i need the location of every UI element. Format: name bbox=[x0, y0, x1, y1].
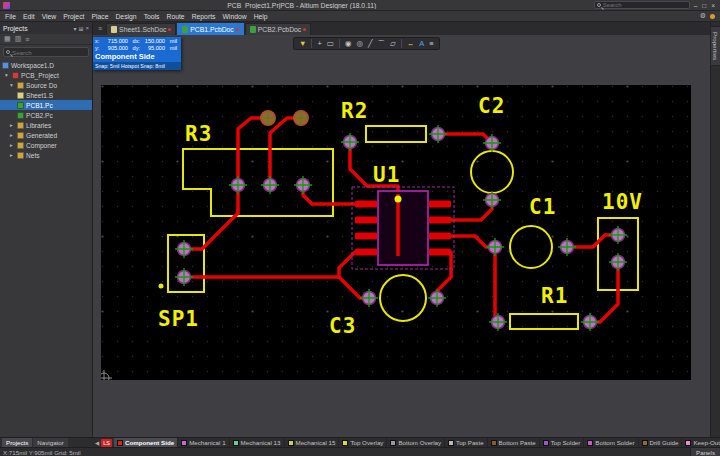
menu-place[interactable]: Place bbox=[91, 13, 108, 20]
expander-icon[interactable]: ▾ bbox=[5, 72, 10, 78]
panel-pin-icon[interactable]: ⊞ bbox=[78, 25, 83, 32]
menu-reports[interactable]: Reports bbox=[192, 13, 216, 20]
expander-icon[interactable]: ▸ bbox=[10, 122, 15, 128]
layer-tab-top-overlay[interactable]: Top Overlay bbox=[339, 438, 387, 447]
minimize-button[interactable]: – bbox=[694, 2, 698, 9]
tree-item-nets[interactable]: ▸ Nets bbox=[0, 150, 92, 160]
expander-icon[interactable]: ▸ bbox=[10, 152, 15, 158]
string-tool-icon[interactable]: A bbox=[419, 39, 424, 48]
u1-smd-pad[interactable] bbox=[355, 201, 377, 208]
tree-label: PCB2.Pc bbox=[26, 112, 53, 119]
ref-label-c1[interactable]: C1 bbox=[529, 195, 556, 219]
layer-tab-drill-guide[interactable]: Drill Guide bbox=[639, 438, 683, 447]
tree-item-libraries[interactable]: ▸ Libraries bbox=[0, 120, 92, 130]
u1-body[interactable] bbox=[378, 191, 428, 265]
layer-tab-mechanical1[interactable]: Mechanical 1 bbox=[178, 438, 229, 447]
u1-smd-pad[interactable] bbox=[355, 233, 377, 240]
menu-window[interactable]: Window bbox=[222, 13, 246, 20]
arc-tool-icon[interactable]: ⌒ bbox=[378, 39, 386, 49]
global-search-input[interactable] bbox=[603, 2, 687, 8]
menu-view[interactable]: View bbox=[42, 13, 57, 20]
ref-label-10v[interactable]: 10V bbox=[602, 190, 643, 214]
tab-pcb2-pcbdoc[interactable]: PCB2.PcbDoc bbox=[245, 23, 311, 35]
tree-item-components[interactable]: ▸ Componer bbox=[0, 140, 92, 150]
via-pad[interactable] bbox=[293, 110, 309, 126]
panel-toolbar-icon-3[interactable]: ≡ bbox=[25, 36, 29, 43]
via-pad[interactable] bbox=[260, 110, 276, 126]
tree-item-source-documents[interactable]: ▾ Source Do bbox=[0, 80, 92, 90]
layer-tab-bottom-overlay[interactable]: Bottom Overlay bbox=[387, 438, 445, 447]
panel-toolbar-icon-2[interactable]: ▥ bbox=[15, 35, 22, 43]
u1-smd-pad[interactable] bbox=[429, 201, 451, 208]
dimension-tool-icon[interactable]: ↔ bbox=[407, 39, 415, 48]
menu-design[interactable]: Design bbox=[115, 13, 136, 20]
layer-tab-top-paste[interactable]: Top Paste bbox=[445, 438, 488, 447]
ref-label-u1[interactable]: U1 bbox=[373, 163, 400, 187]
pcb-editor-canvas[interactable]: x:715.000 dx: 150.000 mil y:905.000 dy: … bbox=[93, 35, 710, 437]
ref-label-c2[interactable]: C2 bbox=[478, 94, 505, 118]
panels-button[interactable]: Panels bbox=[690, 448, 720, 456]
ref-label-r1[interactable]: R1 bbox=[541, 284, 568, 308]
tree-item-generated[interactable]: ▸ Generated bbox=[0, 130, 92, 140]
ref-label-r2[interactable]: R2 bbox=[341, 99, 368, 123]
tab-projects[interactable]: Projects bbox=[2, 438, 32, 447]
layer-tab-bottom-paste[interactable]: Bottom Paste bbox=[488, 438, 540, 447]
menu-project[interactable]: Project bbox=[63, 13, 84, 20]
ref-label-c3[interactable]: C3 bbox=[329, 314, 356, 338]
close-button[interactable]: × bbox=[711, 2, 715, 9]
move-icon[interactable]: + bbox=[317, 39, 321, 48]
global-search[interactable] bbox=[594, 1, 690, 9]
expander-icon[interactable]: ▸ bbox=[10, 142, 15, 148]
u1-smd-pad[interactable] bbox=[355, 217, 377, 224]
panel-close-icon[interactable]: × bbox=[85, 25, 89, 31]
u1-smd-pad[interactable] bbox=[429, 249, 451, 256]
menu-edit[interactable]: Edit bbox=[23, 13, 35, 20]
menu-route[interactable]: Route bbox=[167, 13, 185, 20]
trace-tool-icon[interactable]: ╱ bbox=[368, 39, 373, 48]
layer-tab-top-solder[interactable]: Top Solder bbox=[540, 438, 585, 447]
tab-navigator[interactable]: Navigator bbox=[33, 438, 67, 447]
layer-tab-mechanical13[interactable]: Mechanical 13 bbox=[230, 438, 285, 447]
maximize-button[interactable]: □ bbox=[702, 2, 706, 9]
align-tool-icon[interactable]: ≡ bbox=[429, 39, 433, 48]
filter-icon[interactable]: ▼ bbox=[299, 39, 306, 48]
u1-smd-pad[interactable] bbox=[355, 249, 377, 256]
menu-tools[interactable]: Tools bbox=[144, 13, 160, 20]
tree-item-pcb2[interactable]: PCB2.Pc bbox=[0, 110, 92, 120]
layer-tab-component-side[interactable]: Component Side bbox=[114, 438, 178, 447]
menu-file[interactable]: File bbox=[5, 13, 16, 20]
notification-icon[interactable] bbox=[710, 14, 715, 19]
layer-tab-keepout[interactable]: Keep-Out Layer bbox=[682, 438, 720, 447]
u1-smd-pad[interactable] bbox=[429, 233, 451, 240]
panel-toolbar-icon-1[interactable]: ▦ bbox=[4, 35, 11, 43]
tree-item-project[interactable]: ▾ PCB_Project bbox=[0, 70, 92, 80]
tab-sheet1-schdoc[interactable]: Sheet1.SchDoc bbox=[106, 23, 176, 35]
layer-sets-button[interactable]: LS bbox=[101, 439, 112, 447]
tree-item-workspace[interactable]: Workspace1.D bbox=[0, 60, 92, 70]
ref-label-r3[interactable]: R3 bbox=[185, 122, 212, 146]
tree-item-pcb1[interactable]: PCB1.Pc bbox=[0, 100, 92, 110]
expander-icon[interactable]: ▾ bbox=[10, 82, 15, 88]
layer-tab-bottom-solder[interactable]: Bottom Solder bbox=[584, 438, 638, 447]
pad-tool-icon[interactable]: ◉ bbox=[345, 39, 352, 48]
tab-menu-icon[interactable]: ≡ bbox=[95, 25, 105, 32]
gear-icon[interactable]: ⚙ bbox=[700, 12, 706, 20]
pcb-doc-icon bbox=[250, 26, 256, 33]
via-tool-icon[interactable]: ◎ bbox=[356, 39, 363, 48]
u1-smd-pad[interactable] bbox=[429, 217, 451, 224]
polygon-tool-icon[interactable]: ▱ bbox=[390, 39, 396, 48]
tab-properties[interactable]: Properties bbox=[710, 26, 720, 66]
rectangle-icon[interactable]: ▭ bbox=[327, 39, 334, 48]
panel-collapse-icon[interactable]: ▾ bbox=[73, 25, 76, 32]
tree-item-sheet1[interactable]: Sheet1.S bbox=[0, 90, 92, 100]
layer-tab-mechanical15[interactable]: Mechanical 15 bbox=[285, 438, 340, 447]
menu-help[interactable]: Help bbox=[254, 13, 268, 20]
ref-label-sp1[interactable]: SP1 bbox=[158, 307, 199, 331]
modified-dot bbox=[168, 28, 171, 31]
projects-search[interactable] bbox=[3, 47, 89, 57]
layer-scroll-left-icon[interactable]: ◀ bbox=[93, 438, 101, 447]
pcb-board[interactable]: R3 R2 C2 U1 C1 10V SP1 C3 R1 bbox=[101, 85, 691, 380]
projects-search-input[interactable] bbox=[12, 49, 86, 56]
tab-pcb1-pcbdoc[interactable]: PCB1.PcbDoc bbox=[177, 23, 243, 35]
expander-icon[interactable]: ▸ bbox=[10, 132, 15, 138]
